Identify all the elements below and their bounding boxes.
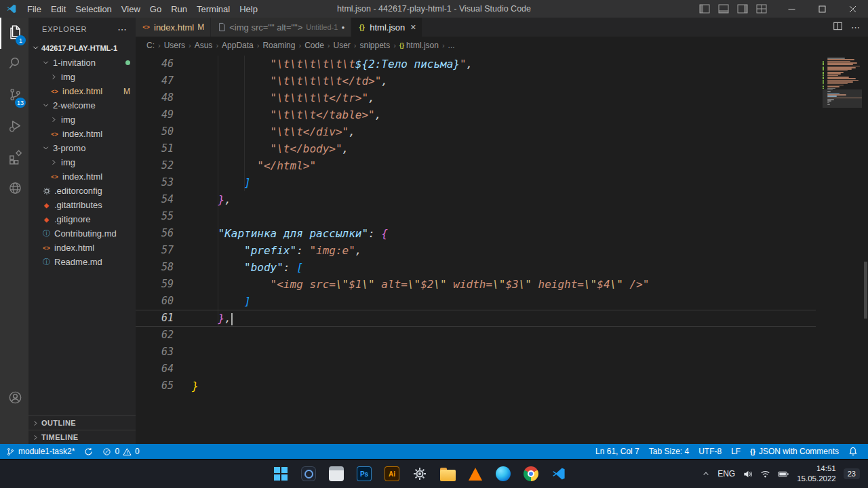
menu-go[interactable]: Go — [145, 0, 166, 18]
line-number[interactable]: 58 — [136, 259, 174, 276]
outline-section[interactable]: OUTLINE — [28, 415, 136, 430]
breadcrumb-item[interactable]: snippets — [360, 41, 391, 50]
network-icon[interactable] — [760, 469, 770, 479]
tab-untitled-1[interactable]: <img src="" alt="">Untitled-1● — [211, 18, 351, 37]
code-line-53[interactable]: 53 ] — [136, 174, 816, 191]
clock[interactable]: 14:51 15.05.2022 — [797, 464, 836, 484]
split-editor-icon[interactable] — [833, 21, 843, 33]
customize-layout-icon[interactable] — [753, 4, 770, 14]
code-line-61[interactable]: 61 }, — [136, 310, 816, 327]
status-notifications[interactable] — [844, 444, 863, 459]
menu-selection[interactable]: Selection — [71, 0, 116, 18]
status-cursor-position[interactable]: Ln 61, Col 7 — [591, 444, 644, 459]
code-line-52[interactable]: 52 "</html>" — [136, 157, 816, 174]
code-line-58[interactable]: 58 "body": [ — [136, 259, 816, 276]
code-line-51[interactable]: 51 "\t</body>", — [136, 140, 816, 157]
menu-help[interactable]: Help — [235, 0, 262, 18]
breadcrumb-item[interactable]: Roaming — [262, 41, 295, 50]
tree-item-contributing-md[interactable]: ⓘContributing.md — [28, 226, 136, 241]
code-line-56[interactable]: 56 "Картинка для рассылки": { — [136, 225, 816, 242]
menu-edit[interactable]: Edit — [46, 0, 71, 18]
line-number[interactable]: 63 — [136, 344, 174, 361]
more-actions-icon[interactable]: ⋯ — [117, 24, 127, 35]
taskbar-photoshop[interactable]: Ps — [356, 466, 372, 482]
taskbar-illustrator[interactable]: Ai — [384, 466, 400, 482]
menu-terminal[interactable]: Terminal — [192, 0, 235, 18]
tree-item-img[interactable]: img — [28, 113, 136, 127]
menu-view[interactable]: View — [117, 0, 145, 18]
line-number[interactable]: 47 — [136, 73, 174, 89]
tree-item-readme-md[interactable]: ⓘReadme.md — [28, 255, 136, 269]
taskbar-vscode[interactable] — [551, 466, 567, 482]
tab-index-html[interactable]: <>index.htmlM — [136, 18, 211, 37]
breadcrumb-item[interactable]: C: — [146, 41, 155, 50]
status-language-mode[interactable]: {}JSON with Comments — [745, 444, 844, 459]
line-number[interactable]: 59 — [136, 276, 174, 293]
tab-html-json[interactable]: {}html.json× — [351, 18, 422, 37]
taskbar-file-explorer[interactable] — [439, 466, 456, 482]
notification-badge[interactable]: 23 — [844, 468, 860, 479]
breadcrumb-item[interactable]: Code — [304, 41, 324, 50]
line-number[interactable]: 49 — [136, 106, 174, 123]
toggle-secondary-sidebar-icon[interactable] — [734, 4, 751, 14]
tree-item-img[interactable]: img — [28, 155, 136, 169]
close-button[interactable] — [837, 0, 868, 18]
breadcrumb-item[interactable]: Asus — [195, 41, 213, 50]
activitybar-source-control[interactable]: 13 — [0, 80, 28, 111]
tree-item-1-invitation[interactable]: 1-invitation — [28, 56, 136, 70]
menu-run[interactable]: Run — [166, 0, 192, 18]
status-encoding[interactable]: UTF-8 — [694, 444, 726, 459]
editor-more-actions-icon[interactable]: ⋯ — [851, 22, 860, 33]
taskbar-pinned-app-1[interactable] — [300, 466, 317, 482]
code-line-54[interactable]: 54 }, — [136, 191, 816, 208]
scrollbar-thumb[interactable] — [864, 262, 867, 319]
tree-item-index-html[interactable]: <>index.html — [28, 169, 136, 184]
line-number[interactable]: 55 — [136, 208, 174, 225]
status-sync[interactable] — [79, 444, 98, 459]
minimize-button[interactable] — [776, 0, 807, 18]
tree-item-index-html[interactable]: <>index.htmlM — [28, 84, 136, 98]
minimap-slider[interactable] — [823, 89, 862, 108]
breadcrumb-item[interactable]: ... — [448, 41, 455, 50]
activitybar-search[interactable] — [0, 49, 28, 80]
code-line-63[interactable]: 63 — [136, 344, 816, 361]
line-number[interactable]: 57 — [136, 242, 174, 259]
line-number[interactable]: 51 — [136, 140, 174, 157]
taskbar-pinned-app-2[interactable] — [328, 466, 344, 482]
code-line-47[interactable]: 47 "\t\t\t\t\t</td>", — [136, 73, 816, 89]
line-number[interactable]: 64 — [136, 361, 174, 378]
status-indentation[interactable]: Tab Size: 4 — [644, 444, 694, 459]
maximize-button[interactable] — [807, 0, 837, 18]
breadcrumb-item[interactable]: User — [333, 41, 350, 50]
line-number[interactable]: 65 — [136, 378, 174, 394]
line-number[interactable]: 56 — [136, 225, 174, 242]
line-number[interactable]: 54 — [136, 191, 174, 208]
code-editor[interactable]: 46 "\t\t\t\t\t\t${2:Тело письма}",47 "\t… — [136, 54, 868, 444]
close-tab-icon[interactable]: × — [410, 22, 416, 33]
tree-root-folder[interactable]: 442617-PLAY-HTML-1 — [28, 41, 136, 56]
code-line-55[interactable]: 55 — [136, 208, 816, 225]
code-line-46[interactable]: 46 "\t\t\t\t\t\t${2:Тело письма}", — [136, 56, 816, 73]
line-number[interactable]: 60 — [136, 293, 174, 310]
code-line-62[interactable]: 62 — [136, 327, 816, 344]
tree-item-gitattributes[interactable]: ◆.gitattributes — [28, 198, 136, 212]
code-line-49[interactable]: 49 "\t\t\t</table>", — [136, 106, 816, 123]
activitybar-browser-preview[interactable] — [0, 174, 28, 205]
status-eol[interactable]: LF — [726, 444, 745, 459]
tree-item-img[interactable]: img — [28, 70, 136, 84]
tree-item-2-welcome[interactable]: 2-welcome — [28, 98, 136, 113]
toggle-panel-icon[interactable] — [715, 4, 732, 14]
tree-item-editorconfig[interactable]: .editorconfig — [28, 184, 136, 198]
activitybar-run-and-debug[interactable] — [0, 111, 28, 142]
volume-icon[interactable] — [743, 469, 753, 479]
activitybar-account[interactable] — [0, 383, 28, 414]
taskbar-vlc[interactable] — [467, 466, 484, 482]
taskbar-settings[interactable] — [412, 466, 428, 482]
code-line-50[interactable]: 50 "\t\t</div>", — [136, 123, 816, 140]
code-line-57[interactable]: 57 "prefix": "img:e", — [136, 242, 816, 259]
battery-icon[interactable] — [778, 469, 789, 479]
line-number[interactable]: 52 — [136, 157, 174, 174]
tree-item-index-html[interactable]: <>index.html — [28, 127, 136, 141]
taskbar-chrome[interactable] — [523, 466, 539, 482]
line-number[interactable]: 53 — [136, 174, 174, 191]
